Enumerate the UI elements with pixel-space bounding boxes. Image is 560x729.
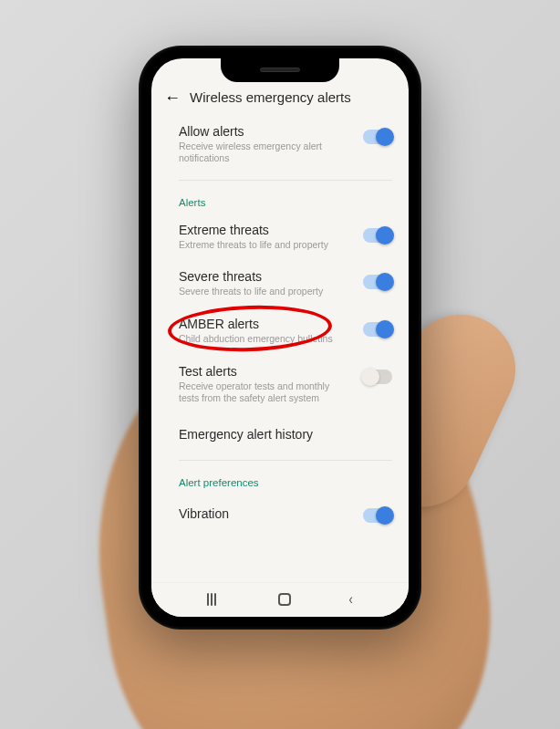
row-text: Emergency alert history	[179, 423, 392, 445]
row-text: Test alerts Receive operator tests and m…	[179, 364, 363, 405]
page-title: Wireless emergency alerts	[190, 89, 351, 105]
nav-recent-icon[interactable]	[207, 594, 222, 605]
toggle-severe-threats[interactable]	[363, 275, 392, 289]
nav-back-icon[interactable]: ‹	[348, 591, 352, 608]
row-title: AMBER alerts	[179, 317, 352, 331]
toggle-allow-alerts[interactable]	[363, 130, 392, 144]
divider	[179, 180, 392, 181]
row-title: Vibration	[179, 503, 352, 525]
android-navbar: ‹	[151, 582, 409, 617]
section-prefs-label: Alert preferences	[151, 466, 409, 494]
row-title: Emergency alert history	[179, 423, 381, 445]
toggle-extreme-threats[interactable]	[363, 228, 392, 243]
row-text: Extreme threats Extreme threats to life …	[179, 223, 363, 252]
row-desc: Child abduction emergency bulletins	[179, 333, 352, 346]
speaker-grille	[260, 68, 300, 72]
row-title: Allow alerts	[179, 124, 352, 139]
phone-frame: ← Wireless emergency alerts Allow alerts…	[139, 46, 421, 630]
row-vibration[interactable]: Vibration	[151, 494, 409, 534]
row-amber-alerts[interactable]: AMBER alerts Child abduction emergency b…	[151, 307, 409, 355]
row-allow-alerts[interactable]: Allow alerts Receive wireless emergency …	[151, 115, 409, 174]
row-text: Vibration	[179, 503, 363, 525]
toggle-amber-alerts[interactable]	[363, 322, 392, 337]
row-title: Severe threats	[179, 269, 352, 284]
row-test-alerts[interactable]: Test alerts Receive operator tests and m…	[151, 355, 409, 414]
section-alerts-label: Alerts	[151, 186, 409, 213]
row-title: Extreme threats	[179, 223, 352, 237]
row-text: Severe threats Severe threats to life an…	[179, 269, 363, 298]
row-text: AMBER alerts Child abduction emergency b…	[179, 317, 363, 346]
row-severe-threats[interactable]: Severe threats Severe threats to life an…	[151, 260, 409, 307]
nav-home-icon[interactable]	[278, 593, 291, 606]
row-text: Allow alerts Receive wireless emergency …	[179, 124, 363, 165]
row-desc: Receive wireless emergency alert notific…	[179, 141, 352, 165]
back-icon[interactable]: ←	[164, 89, 181, 106]
row-emergency-alert-history[interactable]: Emergency alert history	[151, 414, 409, 454]
row-desc: Receive operator tests and monthly tests…	[179, 380, 352, 405]
row-title: Test alerts	[179, 364, 352, 379]
row-desc: Extreme threats to life and property	[179, 239, 352, 252]
settings-list: Allow alerts Receive wireless emergency …	[151, 115, 409, 582]
row-desc: Severe threats to life and property	[179, 286, 352, 298]
toggle-vibration[interactable]	[363, 508, 392, 523]
divider	[179, 460, 392, 461]
phone-notch	[221, 58, 339, 82]
toggle-test-alerts[interactable]	[363, 370, 392, 384]
row-extreme-threats[interactable]: Extreme threats Extreme threats to life …	[151, 213, 409, 261]
screen: ← Wireless emergency alerts Allow alerts…	[151, 58, 409, 617]
